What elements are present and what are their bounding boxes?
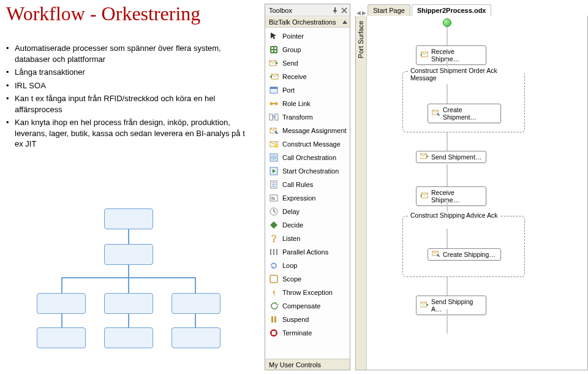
toolbox-item-label: Message Assignment xyxy=(282,127,347,134)
toolbox-item-label: Start Orchestration xyxy=(282,167,339,175)
toolbox-item-label: Call Orchestration xyxy=(282,154,336,161)
send-icon xyxy=(420,302,429,309)
toolbox-item-port[interactable]: Port xyxy=(265,83,350,97)
receive-shape[interactable]: Receive Shipme… xyxy=(416,45,486,65)
scope-icon xyxy=(269,274,279,284)
construct-group[interactable]: Construct Shipping Advice Ack Create Shi… xyxy=(402,216,525,277)
toolbox-item-compensate[interactable]: Compensate xyxy=(265,299,350,313)
flow-line xyxy=(447,229,448,248)
toolbox-item-pointer[interactable]: Pointer xyxy=(265,29,350,43)
toolbox-item-callorch[interactable]: Call Orchestration xyxy=(265,151,350,164)
canvas-inner: Receive Shipme… Construct Shipment Order… xyxy=(367,16,587,370)
toolbox-item-rolelink[interactable]: Role Link xyxy=(265,97,350,110)
compensate-icon xyxy=(269,301,279,311)
message-assignment-icon xyxy=(432,110,440,117)
toolbox-category-label: BizTalk Orchestrations xyxy=(269,18,336,26)
toolbox-item-loop[interactable]: Loop xyxy=(265,259,350,272)
toolbox-item-constructmsg[interactable]: Construct Message xyxy=(265,137,350,151)
tab-label: Start Page xyxy=(373,7,405,14)
send-icon xyxy=(420,153,429,161)
bullet-list: Automatiserade processer som spänner öve… xyxy=(6,43,251,152)
flowchart-connector xyxy=(61,314,62,327)
flowchart-box xyxy=(37,327,86,348)
toolbox-item-parallel[interactable]: Parallel Actions xyxy=(265,245,350,259)
svg-rect-13 xyxy=(270,114,273,120)
toolbox-item-receive[interactable]: Receive xyxy=(265,70,350,83)
toolbox-item-label: Expression xyxy=(282,194,315,202)
bullet-item: Automatiserade processer som spänner öve… xyxy=(6,43,251,64)
toolbox-item-label: Send xyxy=(282,59,298,67)
toolbox-title: Toolbox xyxy=(269,7,292,14)
tab-nav[interactable]: ◀▶ xyxy=(356,10,366,16)
svg-point-24 xyxy=(273,241,275,243)
message-assignment-icon xyxy=(269,126,279,135)
message-assign-shape[interactable]: Create Shipment… xyxy=(428,104,501,123)
toolbox-item-label: Delay xyxy=(282,208,300,215)
receive-shape[interactable]: Receive Shipme… xyxy=(416,186,486,206)
document-tabs: ◀▶ Start Page Shipper2Process.odx xyxy=(355,4,588,16)
slide-title: Workflow - Orkestrering xyxy=(6,2,200,25)
shape-label: Send Shipment… xyxy=(431,153,481,161)
svg-rect-12 xyxy=(273,103,275,104)
close-icon[interactable] xyxy=(341,7,348,14)
toolbox-item-callrules[interactable]: Call Rules xyxy=(265,178,350,191)
svg-rect-4 xyxy=(271,50,273,52)
flowchart-connector xyxy=(61,277,62,293)
chevron-left-icon: ◀ xyxy=(356,10,361,16)
message-assign-shape[interactable]: Create Shipping… xyxy=(428,248,501,261)
flow-line xyxy=(447,84,448,104)
toolbox-item-group[interactable]: Group xyxy=(265,43,350,56)
toolbox-item-terminate[interactable]: Terminate xyxy=(265,326,350,340)
toolbox-item-delay[interactable]: Delay xyxy=(265,205,350,218)
flowchart-connector xyxy=(195,314,196,327)
toolbox-item-msgassign[interactable]: Message Assignment xyxy=(265,124,350,137)
toolbox-panel: Toolbox BizTalk Orchestrations Pointer G… xyxy=(265,4,350,370)
send-shape[interactable]: Send Shipment… xyxy=(416,151,486,163)
flow-line xyxy=(447,132,448,151)
listen-icon xyxy=(269,234,279,243)
toolbox-item-decide[interactable]: Decide xyxy=(265,218,350,232)
toolbox-item-label: Role Link xyxy=(282,100,311,107)
toolbox-item-label: Transform xyxy=(282,113,313,121)
toolbox-item-listen[interactable]: Listen xyxy=(265,232,350,245)
svg-rect-3 xyxy=(274,47,276,49)
flowchart-box xyxy=(104,293,153,314)
expression-icon: fx xyxy=(269,193,279,203)
svg-rect-14 xyxy=(275,114,278,120)
port-surface-tab[interactable]: Port Surface xyxy=(356,16,367,370)
send-shape[interactable]: Send Shipping A… xyxy=(416,296,486,315)
shape-label: Receive Shipme… xyxy=(431,189,482,204)
toolbox-item-label: Loop xyxy=(282,262,297,269)
toolbox-category[interactable]: BizTalk Orchestrations xyxy=(265,17,350,28)
flowchart-diagram xyxy=(37,208,221,362)
bullet-item: Kan t ex fånga input från RFID/streckkod… xyxy=(6,93,251,115)
orchestration-canvas[interactable]: Port Surface Receive Shipme… Construct S… xyxy=(355,16,588,370)
loop-icon xyxy=(269,261,279,270)
tab-start-page[interactable]: Start Page xyxy=(368,4,410,16)
toolbox-item-label: Throw Exception xyxy=(282,289,333,296)
pointer-icon xyxy=(269,31,279,41)
svg-text:fx: fx xyxy=(271,196,275,201)
toolbox-header: Toolbox xyxy=(265,4,350,17)
toolbox-item-transform[interactable]: Transform xyxy=(265,110,350,124)
toolbox-item-label: Construct Message xyxy=(282,140,341,148)
receive-icon xyxy=(420,52,429,59)
bullet-item: Kan knyta ihop en hel process från desig… xyxy=(6,117,251,150)
shape-label: Receive Shipme… xyxy=(431,48,482,63)
tab-shipper2process[interactable]: Shipper2Process.odx xyxy=(412,4,492,16)
toolbox-item-throw[interactable]: Throw Exception xyxy=(265,286,350,299)
toolbox-item-startorch[interactable]: Start Orchestration xyxy=(265,164,350,178)
toolbox-bottom-category[interactable]: My User Controls xyxy=(265,359,350,370)
toolbox-item-suspend[interactable]: Suspend xyxy=(265,313,350,326)
flowchart-connector xyxy=(128,277,129,293)
toolbox-item-send[interactable]: Send xyxy=(265,56,350,70)
flowchart-box xyxy=(37,293,86,314)
svg-point-17 xyxy=(274,144,278,148)
toolbox-item-expression[interactable]: fxExpression xyxy=(265,191,350,205)
flow-line xyxy=(447,309,448,334)
start-shape[interactable] xyxy=(443,18,451,27)
construct-message-icon xyxy=(269,139,279,149)
construct-group[interactable]: Construct Shipment Order Ack Message Cre… xyxy=(402,71,525,132)
toolbox-item-scope[interactable]: Scope xyxy=(265,272,350,286)
pin-icon[interactable] xyxy=(331,7,339,14)
